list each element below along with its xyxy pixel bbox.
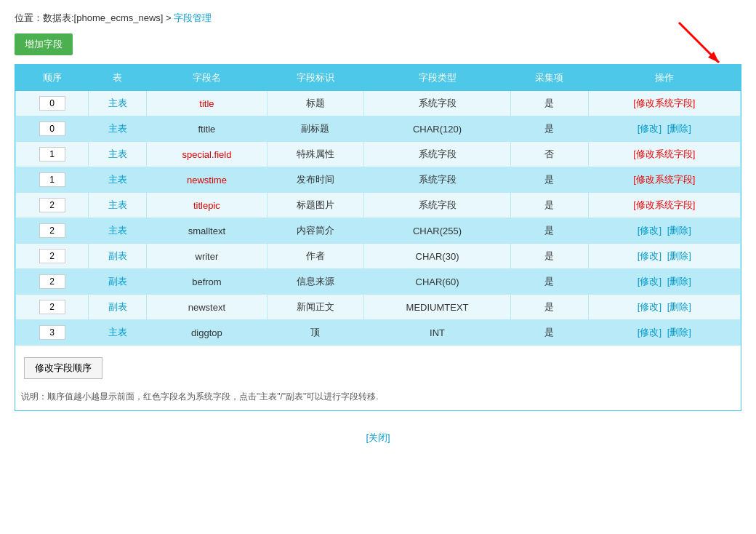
cell-field-name: smalltext — [147, 218, 268, 244]
cell-action[interactable]: [修改] [删除] — [588, 244, 740, 269]
col-header-field-name: 字段名 — [147, 65, 268, 91]
order-input[interactable] — [39, 121, 65, 136]
cell-field-name: diggtop — [147, 320, 268, 346]
order-input[interactable] — [39, 172, 65, 187]
cell-collect: 是 — [511, 167, 588, 193]
cell-order — [16, 167, 89, 193]
order-input[interactable] — [39, 198, 65, 212]
order-input[interactable] — [39, 274, 65, 289]
cell-collect: 是 — [511, 320, 588, 346]
close-link[interactable]: [关闭] — [366, 432, 390, 443]
cell-action[interactable]: [修改] [删除] — [588, 116, 740, 142]
cell-field-type: 系统字段 — [363, 142, 511, 167]
fields-table: 顺序 表 字段名 字段标识 字段类型 采集项 操作 主表title标题系统字段是… — [15, 65, 741, 346]
cell-table-name[interactable]: 主表 — [89, 167, 147, 193]
cell-collect: 是 — [511, 218, 588, 244]
order-input[interactable] — [39, 223, 65, 238]
cell-order — [16, 269, 89, 295]
order-input[interactable] — [39, 147, 65, 162]
cell-order — [16, 116, 89, 142]
table-row: 主表smalltext内容简介CHAR(255)是[修改] [删除] — [16, 218, 741, 244]
reorder-button[interactable]: 修改字段顺序 — [24, 357, 102, 379]
cell-action[interactable]: [修改] [删除] — [588, 218, 740, 244]
cell-collect: 是 — [511, 269, 588, 295]
modify-link[interactable]: [修改] — [638, 225, 662, 236]
modify-system-field-link[interactable]: [修改系统字段] — [633, 174, 695, 185]
cell-table-name[interactable]: 主表 — [89, 91, 147, 116]
cell-field-type: CHAR(120) — [363, 116, 511, 142]
order-input[interactable] — [39, 96, 65, 111]
cell-action[interactable]: [修改] [删除] — [588, 295, 740, 320]
cell-order — [16, 320, 89, 346]
breadcrumb-prefix: 位置：数据表:[phome_ecms_news] > — [15, 12, 174, 23]
delete-link[interactable]: [删除] — [667, 276, 691, 287]
delete-link[interactable]: [删除] — [667, 301, 691, 312]
cell-field-name: befrom — [147, 269, 268, 295]
cell-field-name: titlepic — [147, 193, 268, 218]
breadcrumb: 位置：数据表:[phome_ecms_news] > 字段管理 — [15, 12, 741, 25]
delete-link[interactable]: [删除] — [667, 123, 691, 134]
cell-table-name[interactable]: 副表 — [89, 244, 147, 269]
modify-system-field-link[interactable]: [修改系统字段] — [633, 97, 695, 108]
cell-action[interactable]: [修改系统字段] — [588, 91, 740, 116]
cell-collect: 是 — [511, 91, 588, 116]
modify-system-field-link[interactable]: [修改系统字段] — [633, 148, 695, 159]
cell-field-label: 新闻正文 — [267, 295, 363, 320]
order-input[interactable] — [39, 249, 65, 263]
modify-system-field-link[interactable]: [修改系统字段] — [633, 199, 695, 210]
delete-link[interactable]: [删除] — [667, 327, 691, 338]
cell-table-name[interactable]: 主表 — [89, 218, 147, 244]
delete-link[interactable]: [删除] — [667, 225, 691, 236]
col-header-action: 操作 — [588, 65, 740, 91]
cell-field-type: 系统字段 — [363, 193, 511, 218]
cell-action[interactable]: [修改] [删除] — [588, 320, 740, 346]
cell-table-name[interactable]: 主表 — [89, 142, 147, 167]
modify-link[interactable]: [修改] — [638, 250, 662, 261]
cell-field-name: title — [147, 91, 268, 116]
col-header-table: 表 — [89, 65, 147, 91]
cell-field-name: ftitle — [147, 116, 268, 142]
delete-link[interactable]: [删除] — [667, 250, 691, 261]
cell-table-name[interactable]: 主表 — [89, 320, 147, 346]
cell-action[interactable]: [修改系统字段] — [588, 167, 740, 193]
col-header-field-label: 字段标识 — [267, 65, 363, 91]
table-row: 主表title标题系统字段是[修改系统字段] — [16, 91, 741, 116]
cell-field-label: 副标题 — [267, 116, 363, 142]
cell-field-label: 特殊属性 — [267, 142, 363, 167]
cell-field-type: MEDIUMTEXT — [363, 295, 511, 320]
col-header-field-type: 字段类型 — [363, 65, 511, 91]
table-row: 主表newstime发布时间系统字段是[修改系统字段] — [16, 167, 741, 193]
cell-order — [16, 295, 89, 320]
table-row: 主表diggtop顶INT是[修改] [删除] — [16, 320, 741, 346]
cell-field-type: CHAR(255) — [363, 218, 511, 244]
cell-table-name[interactable]: 副表 — [89, 269, 147, 295]
cell-collect: 是 — [511, 193, 588, 218]
col-header-collect: 采集项 — [511, 65, 588, 91]
cell-action[interactable]: [修改系统字段] — [588, 142, 740, 167]
order-input[interactable] — [39, 300, 65, 314]
order-input[interactable] — [39, 325, 65, 340]
cell-action[interactable]: [修改系统字段] — [588, 193, 740, 218]
breadcrumb-link[interactable]: 字段管理 — [174, 12, 212, 23]
cell-field-label: 标题 — [267, 91, 363, 116]
cell-field-label: 发布时间 — [267, 167, 363, 193]
add-field-button[interactable]: 增加字段 — [15, 33, 73, 55]
cell-field-type: 系统字段 — [363, 91, 511, 116]
modify-link[interactable]: [修改] — [638, 123, 662, 134]
cell-order — [16, 218, 89, 244]
cell-table-name[interactable]: 主表 — [89, 116, 147, 142]
modify-link[interactable]: [修改] — [638, 327, 662, 338]
cell-order — [16, 91, 89, 116]
modify-link[interactable]: [修改] — [638, 276, 662, 287]
cell-action[interactable]: [修改] [删除] — [588, 269, 740, 295]
cell-collect: 是 — [511, 295, 588, 320]
table-row: 主表special.field特殊属性系统字段否[修改系统字段] — [16, 142, 741, 167]
cell-table-name[interactable]: 副表 — [89, 295, 147, 320]
modify-link[interactable]: [修改] — [638, 301, 662, 312]
cell-collect: 否 — [511, 142, 588, 167]
cell-table-name[interactable]: 主表 — [89, 193, 147, 218]
table-row: 主表ftitle副标题CHAR(120)是[修改] [删除] — [16, 116, 741, 142]
svg-marker-1 — [708, 52, 719, 63]
cell-field-type: CHAR(60) — [363, 269, 511, 295]
table-row: 副表writer作者CHAR(30)是[修改] [删除] — [16, 244, 741, 269]
